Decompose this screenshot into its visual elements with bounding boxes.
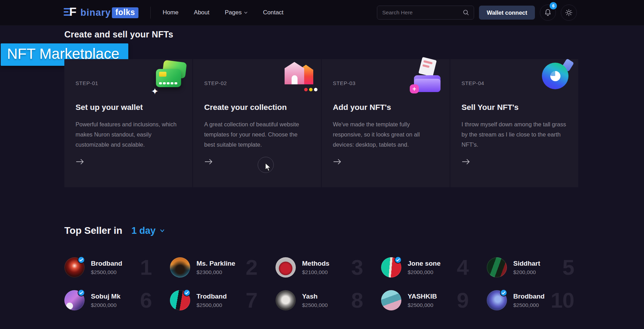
seller-name: Yash bbox=[302, 293, 317, 300]
seller-name: YASHKIB bbox=[408, 293, 437, 300]
step-title: Add your NFT's bbox=[333, 103, 438, 112]
seller-amount: $2300,000 bbox=[196, 269, 222, 275]
seller-amount: $2000,000 bbox=[91, 302, 116, 308]
seller-rank: 4 bbox=[457, 255, 468, 280]
step-title: Create your collection bbox=[204, 103, 309, 112]
avatar bbox=[487, 257, 507, 278]
seller-rank: 7 bbox=[246, 288, 257, 313]
verified-badge-icon bbox=[394, 256, 402, 264]
logo[interactable]: F binary folks bbox=[64, 6, 138, 19]
search-icon[interactable] bbox=[463, 9, 470, 18]
avatar bbox=[276, 257, 296, 278]
nav-divider bbox=[150, 7, 151, 19]
step-card-1: ✦ STEP-01 Set up your wallet Powerful fe… bbox=[64, 59, 192, 187]
step-card-4: STEP-04 Sell Your NFT's I throw myself d… bbox=[450, 59, 578, 187]
theme-toggle-button[interactable] bbox=[561, 5, 577, 21]
seller-card[interactable]: Trodband $2500,000 7 bbox=[170, 290, 276, 312]
navbar: F binary folks Home About Pages Contact bbox=[0, 0, 644, 26]
avatar bbox=[170, 257, 190, 278]
step-arrow-link[interactable] bbox=[333, 159, 342, 166]
seller-name: Methods bbox=[302, 260, 329, 267]
nav-item-label: About bbox=[194, 9, 209, 16]
seller-amount: $2500,000 bbox=[513, 302, 539, 308]
seller-rank: 10 bbox=[551, 288, 574, 313]
seller-rank: 1 bbox=[140, 255, 152, 280]
seller-amount: $2500,000 bbox=[408, 302, 433, 308]
seller-card[interactable]: Siddhart $200,000 5 bbox=[487, 257, 592, 279]
seller-amount: $200,000 bbox=[513, 269, 536, 275]
page: F binary folks Home About Pages Contact bbox=[0, 0, 644, 329]
step-arrow-link[interactable] bbox=[461, 159, 471, 166]
arrow-right-icon bbox=[461, 159, 471, 165]
seller-card[interactable]: Brodband $2500,000 1 bbox=[64, 257, 170, 279]
verified-badge-icon bbox=[78, 289, 85, 296]
seller-card[interactable]: Ms. Parkline $2300,000 2 bbox=[170, 257, 276, 279]
notifications-button[interactable]: 6 bbox=[540, 5, 556, 21]
mouse-cursor bbox=[265, 163, 271, 172]
seller-rank: 5 bbox=[563, 255, 574, 280]
notification-count-badge: 6 bbox=[550, 2, 557, 9]
nav-item-pages[interactable]: Pages bbox=[225, 9, 248, 16]
nav-item-contact[interactable]: Contact bbox=[263, 9, 284, 16]
step-card-2: STEP-02 Create your collection A great c… bbox=[193, 59, 321, 187]
verified-badge-icon bbox=[183, 289, 191, 296]
step-title: Set up your wallet bbox=[76, 103, 180, 112]
chevron-down-icon bbox=[244, 11, 248, 14]
step-description: A great collection of beautiful website … bbox=[204, 119, 309, 150]
top-seller-grid: Brodband $2500,000 1 Ms. Parkline $2300,… bbox=[64, 257, 592, 312]
main-nav: Home About Pages Contact bbox=[163, 9, 284, 16]
wallet-connect-button[interactable]: Wallet connect bbox=[479, 6, 535, 20]
avatar bbox=[276, 290, 296, 310]
seller-name: Jone sone bbox=[408, 260, 441, 267]
seller-amount: $2000,000 bbox=[408, 269, 433, 275]
seller-rank: 6 bbox=[140, 288, 152, 313]
top-seller-header: Top Seller in 1 day bbox=[64, 225, 165, 236]
seller-rank: 3 bbox=[351, 255, 363, 280]
arrow-right-icon bbox=[204, 159, 213, 165]
logo-text-folks: folks bbox=[112, 7, 138, 18]
logo-monogram-icon: F bbox=[64, 6, 79, 19]
seller-card[interactable]: Brodband $2500,000 10 bbox=[487, 290, 592, 312]
verified-badge-icon bbox=[500, 289, 507, 296]
nav-item-label: Home bbox=[163, 9, 178, 16]
nav-item-label: Contact bbox=[263, 9, 284, 16]
color-disc-icon bbox=[540, 60, 573, 93]
seller-card[interactable]: Jone sone $2000,000 4 bbox=[381, 257, 487, 279]
nav-item-home[interactable]: Home bbox=[163, 9, 178, 16]
seller-rank: 8 bbox=[351, 288, 363, 313]
seller-amount: $2100,000 bbox=[302, 269, 328, 275]
avatar bbox=[381, 290, 401, 310]
step-description: I throw myself down among the tall grass… bbox=[461, 119, 566, 150]
seller-name: Brodband bbox=[91, 260, 122, 267]
period-dropdown[interactable]: 1 day bbox=[131, 225, 165, 236]
seller-name: Ms. Parkline bbox=[196, 260, 235, 267]
wallet-cards-icon: ✦ bbox=[154, 60, 187, 93]
chevron-down-icon bbox=[160, 229, 165, 232]
step-arrow-link[interactable] bbox=[204, 159, 213, 166]
nav-item-label: Pages bbox=[225, 9, 242, 16]
seller-rank: 2 bbox=[246, 255, 257, 280]
seller-amount: $2500,000 bbox=[196, 302, 222, 308]
search-input[interactable] bbox=[377, 9, 474, 16]
step-description: We've made the template fully responsive… bbox=[333, 119, 438, 150]
steps-cards: ✦ STEP-01 Set up your wallet Powerful fe… bbox=[64, 59, 578, 187]
seller-card[interactable]: Methods $2100,000 3 bbox=[276, 257, 381, 279]
seller-amount: $2500,000 bbox=[91, 269, 116, 275]
seller-rank: 9 bbox=[457, 288, 468, 313]
seller-amount: $2500,000 bbox=[302, 302, 328, 308]
arrow-right-icon bbox=[76, 159, 85, 165]
sun-icon bbox=[565, 9, 573, 16]
seller-card[interactable]: Yash $2500,000 8 bbox=[276, 290, 381, 312]
top-seller-title: Top Seller in bbox=[64, 225, 122, 236]
arrow-right-icon bbox=[333, 159, 342, 165]
house-collection-icon bbox=[282, 60, 316, 93]
step-title: Sell Your NFT's bbox=[461, 103, 566, 112]
seller-card[interactable]: Sobuj Mk $2000,000 6 bbox=[64, 290, 170, 312]
bell-icon bbox=[544, 9, 551, 16]
seller-card[interactable]: YASHKIB $2500,000 9 bbox=[381, 290, 487, 312]
step-arrow-link[interactable] bbox=[76, 159, 85, 166]
verified-badge-icon bbox=[78, 256, 85, 264]
search-box bbox=[377, 6, 474, 20]
nav-item-about[interactable]: About bbox=[194, 9, 209, 16]
seller-name: Trodband bbox=[196, 293, 227, 300]
